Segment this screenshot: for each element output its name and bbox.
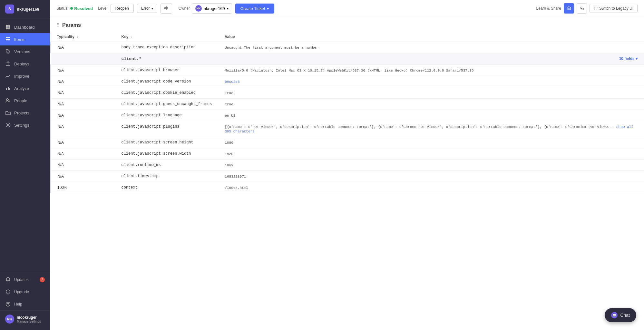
sidebar-item-projects[interactable]: Projects xyxy=(0,107,50,119)
user-sub: Manage Settings xyxy=(17,320,41,323)
key-cell: client.javascript.plugins xyxy=(115,121,219,137)
switch-legacy-button[interactable]: Switch to Legacy UI xyxy=(590,4,638,13)
owner-name: nkruger169 xyxy=(204,6,225,11)
list-icon xyxy=(5,36,11,42)
table-row: N/A body.trace.exception.description Unc… xyxy=(51,42,644,53)
reopen-button[interactable]: Reopen xyxy=(111,4,134,13)
sidebar-item-dashboard[interactable]: Dashboard xyxy=(0,21,50,33)
params-table: Typicality ↓ Key ↓ Value N/A body.trace.… xyxy=(50,32,644,193)
sidebar-item-label: Analyze xyxy=(14,86,29,91)
create-ticket-button[interactable]: Create Ticket ▾ xyxy=(235,4,275,14)
sidebar-logo: S nkruger169 xyxy=(0,0,50,18)
folder-icon xyxy=(5,110,11,116)
shield-icon xyxy=(5,289,11,295)
sidebar-item-label: Versions xyxy=(14,49,30,54)
svg-rect-1 xyxy=(8,25,10,27)
value-cell: Uncaught The first argument must be a nu… xyxy=(218,42,644,53)
table-row: N/A client.javascript.cookie_enabled Tru… xyxy=(51,87,644,99)
level-value: Error xyxy=(141,6,150,11)
value-text: 1683218971 xyxy=(225,175,246,179)
value-text: 1969 xyxy=(225,163,233,167)
updates-badge: 2 xyxy=(40,277,45,282)
typicality-column-header[interactable]: Typicality ↓ xyxy=(51,32,115,42)
logo-icon: S xyxy=(5,5,14,14)
svg-rect-16 xyxy=(568,9,570,10)
key-cell: client.javascript.guess_uncaught_frames xyxy=(115,99,219,110)
value-cell: Mozilla/5.0 (Macintosh; Intel Mac OS X 1… xyxy=(218,65,644,76)
sidebar-item-people[interactable]: People xyxy=(0,94,50,107)
grid-icon xyxy=(5,24,11,30)
value-cell: 10 fields ▾ xyxy=(218,53,644,65)
level-label: Level xyxy=(98,6,107,11)
sidebar-item-updates[interactable]: Updates 2 xyxy=(0,274,50,286)
typicality-cell: N/A xyxy=(51,171,115,182)
content-area: ⠿ Params Typicality ↓ Key ↓ Value xyxy=(50,17,644,330)
sidebar-item-upgrade[interactable]: Upgrade xyxy=(0,286,50,298)
topbar-right: Learn & Share Switch to Legacy UI xyxy=(536,3,638,14)
table-row: N/A client.timestamp 1683218971 xyxy=(51,171,644,182)
sidebar-username: nkruger169 xyxy=(17,7,39,12)
sidebar-item-analyze[interactable]: Analyze xyxy=(0,82,50,94)
value-cell: b9cc2e8 xyxy=(218,76,644,87)
owner-button[interactable]: NK nkruger169 ▾ xyxy=(192,3,232,14)
typicality-cell: 100% xyxy=(51,182,115,193)
key-cell: client.javascript.browser xyxy=(115,65,219,76)
typicality-cell: N/A xyxy=(51,87,115,99)
sidebar-item-items[interactable]: Items xyxy=(0,33,50,45)
typicality-cell: N/A xyxy=(51,148,115,160)
value-text: 1080 xyxy=(225,141,233,145)
svg-point-13 xyxy=(7,124,9,126)
typicality-cell: N/A xyxy=(51,160,115,171)
svg-rect-5 xyxy=(6,39,10,40)
learn-share-label: Learn & Share xyxy=(536,6,561,11)
status-resolved: Resolved xyxy=(70,6,93,11)
sidebar-item-deploys[interactable]: Deploys xyxy=(0,58,50,70)
svg-rect-3 xyxy=(8,27,10,29)
main-content: Status: Resolved Level Reopen Error ▾ Ow… xyxy=(50,0,644,330)
sidebar-item-settings[interactable]: Settings xyxy=(0,119,50,131)
sidebar-item-label: Items xyxy=(14,37,24,42)
key-cell: client.javascript.screen.width xyxy=(115,148,219,160)
svg-rect-9 xyxy=(8,87,9,90)
chat-button[interactable]: 💬 Chat xyxy=(605,308,636,322)
value-column-header: Value xyxy=(218,32,644,42)
svg-rect-6 xyxy=(6,41,10,41)
key-cell: body.trace.exception.description xyxy=(115,42,219,53)
status-dot-icon xyxy=(70,7,73,10)
sidebar-item-help[interactable]: Help xyxy=(0,298,50,310)
sidebar-item-versions[interactable]: Versions xyxy=(0,45,50,58)
sidebar-item-improve[interactable]: Improve xyxy=(0,70,50,82)
fields-link[interactable]: 10 fields ▾ xyxy=(619,56,638,61)
show-more-link[interactable]: Show all 395 characters xyxy=(225,125,633,133)
svg-point-7 xyxy=(7,50,7,51)
bar-chart-icon xyxy=(5,85,11,91)
table-row: 100% context /index.html xyxy=(51,182,644,193)
legacy-icon xyxy=(594,6,598,10)
value-text: True xyxy=(225,102,233,106)
tag-icon xyxy=(5,49,11,54)
level-button[interactable]: Error ▾ xyxy=(137,4,157,13)
help-circle-icon xyxy=(5,301,11,307)
table-row: N/A client.runtime_ms 1969 xyxy=(51,160,644,171)
sidebar-item-label: Upgrade xyxy=(14,290,29,294)
sort-icon: ↓ xyxy=(131,34,132,39)
owner-label: Owner xyxy=(179,6,190,11)
key-cell: client.javascript.cookie_enabled xyxy=(115,87,219,99)
sidebar-item-label: Deploys xyxy=(14,62,29,66)
sidebar-item-label: Settings xyxy=(14,123,29,128)
value-text: en-US xyxy=(225,114,235,118)
typicality-cell: N/A xyxy=(51,76,115,87)
key-column-header[interactable]: Key ↓ xyxy=(115,32,219,42)
learn-icon-button[interactable] xyxy=(564,3,574,14)
owner-avatar: NK xyxy=(195,5,202,12)
mute-button[interactable] xyxy=(161,4,172,14)
user-section[interactable]: NK nicokruger Manage Settings xyxy=(0,310,50,327)
value-cell: 1969 xyxy=(218,160,644,171)
value-text: 1920 xyxy=(225,152,233,156)
sidebar: S nkruger169 Dashboard Items Versions xyxy=(0,0,50,330)
share-link-button[interactable] xyxy=(577,3,587,14)
status-area: Status: Resolved Level xyxy=(56,6,107,11)
value-link[interactable]: b9cc2e8 xyxy=(225,80,239,84)
chat-label: Chat xyxy=(620,313,630,318)
settings-icon xyxy=(5,122,11,128)
